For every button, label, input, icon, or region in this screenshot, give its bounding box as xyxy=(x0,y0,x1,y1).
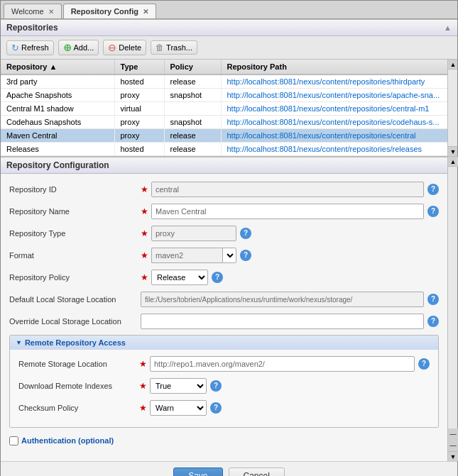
table-row[interactable]: 3rd party hosted release http://localhos… xyxy=(1,74,457,89)
repo-name-row: Repository Name ★ ? xyxy=(9,203,439,220)
table-scrollbar[interactable]: ▲ ▼ xyxy=(447,60,457,156)
remote-storage-info-icon[interactable]: ? xyxy=(418,358,430,370)
checksum-required: ★ xyxy=(139,403,147,413)
download-indexes-info-icon[interactable]: ? xyxy=(210,380,222,392)
refresh-icon: ↻ xyxy=(11,43,19,53)
add-button[interactable]: ⊕ Add... xyxy=(58,40,99,55)
repo-type-label: Repository Type xyxy=(9,229,141,238)
main-scroll-track xyxy=(448,167,457,428)
main-scroll-up[interactable]: ▲ xyxy=(448,157,458,167)
auth-checkbox-label[interactable]: Authentication (optional) xyxy=(9,436,114,445)
format-required: ★ xyxy=(141,250,148,260)
repo-type-row: Repository Type ★ ? xyxy=(9,225,439,242)
download-indexes-select[interactable]: TrueFalse xyxy=(150,378,207,394)
remote-storage-input-wrap: ? xyxy=(150,356,430,372)
collapse-icon[interactable]: ▲ xyxy=(444,23,452,32)
add-label: Add... xyxy=(74,43,94,52)
cell-type: hosted xyxy=(114,143,164,156)
repo-name-input-wrap: ? xyxy=(151,204,439,219)
tab-welcome-close[interactable]: ✕ xyxy=(48,8,54,16)
main-scrollbar[interactable]: ▲ — — ▼ xyxy=(447,157,457,461)
remote-access-section: ▼ Remote Repository Access Remote Storag… xyxy=(9,335,439,428)
checksum-select[interactable]: WarnStrictIgnore xyxy=(150,400,207,416)
cell-policy: snapshot xyxy=(164,116,221,129)
repo-id-info-icon[interactable]: ? xyxy=(427,184,439,195)
scroll-up-btn[interactable]: ▲ xyxy=(448,60,457,70)
refresh-button[interactable]: ↻ Refresh xyxy=(6,40,54,55)
cell-path: http://localhost:8081/nexus/content/repo… xyxy=(221,89,457,102)
main-scroll-down[interactable]: ▼ xyxy=(448,451,458,461)
policy-info-icon[interactable]: ? xyxy=(212,272,223,283)
checksum-policy-label: Checksum Policy xyxy=(18,404,139,412)
policy-input-wrap: ReleaseSnapshot ? xyxy=(151,270,439,285)
override-storage-info-icon[interactable]: ? xyxy=(427,316,439,327)
tab-repo-config-close[interactable]: ✕ xyxy=(143,8,148,16)
cell-repo-name: Central M1 shadow xyxy=(1,102,114,116)
repositories-table-wrapper: Repository ▲ Type Policy Repository Path… xyxy=(1,60,457,157)
main-content: Repository Configuration Repository ID ★… xyxy=(1,157,447,461)
default-storage-input xyxy=(141,292,424,307)
download-indexes-label: Download Remote Indexes xyxy=(18,382,139,390)
cell-path: http://localhost:8081/nexus/content/repo… xyxy=(221,102,457,116)
main-scroll-mid1[interactable]: — xyxy=(448,428,458,440)
cell-path: http://localhost:8081/nexus/content/repo… xyxy=(221,143,457,156)
main-scroll-mid2[interactable]: — xyxy=(448,440,458,451)
tab-repo-config[interactable]: Repository Config ✕ xyxy=(63,4,156,18)
repo-id-label: Repository ID xyxy=(9,185,141,194)
cell-repo-name: Maven Central xyxy=(1,129,114,143)
default-storage-info-icon[interactable]: ? xyxy=(427,294,439,305)
tab-welcome[interactable]: Welcome ✕ xyxy=(4,4,62,18)
remote-access-header[interactable]: ▼ Remote Repository Access xyxy=(10,336,438,350)
table-row[interactable]: Maven Central proxy release http://local… xyxy=(1,129,457,143)
override-storage-row: Override Local Storage Location ? xyxy=(9,313,439,330)
config-title: Repository Configuration xyxy=(6,160,109,170)
cell-type: virtual xyxy=(114,102,164,116)
repo-name-info-icon[interactable]: ? xyxy=(427,206,439,217)
remote-access-title: Remote Repository Access xyxy=(25,338,126,347)
policy-select[interactable]: ReleaseSnapshot xyxy=(151,270,208,285)
cell-policy: release xyxy=(164,129,221,143)
auth-row: Authentication (optional) xyxy=(9,432,439,449)
config-form: Repository ID ★ ? Repository Name ★ ? xyxy=(1,174,447,461)
table-row[interactable]: Releases hosted release http://localhost… xyxy=(1,143,457,156)
override-storage-input-wrap: ? xyxy=(141,314,439,329)
repo-id-input[interactable] xyxy=(151,182,424,197)
format-label: Format xyxy=(9,251,141,260)
cell-repo-name: Codehaus Snapshots xyxy=(1,116,114,129)
repo-name-required: ★ xyxy=(141,206,148,216)
override-storage-label: Override Local Storage Location xyxy=(9,317,141,326)
format-row: Format ★ ? xyxy=(9,247,439,264)
remote-storage-input[interactable] xyxy=(150,356,415,372)
repo-name-label: Repository Name xyxy=(9,207,141,216)
auth-checkbox[interactable] xyxy=(9,436,18,445)
checksum-info-icon[interactable]: ? xyxy=(210,402,222,414)
repo-id-required: ★ xyxy=(141,184,148,194)
cell-repo-name: 3rd party xyxy=(1,74,114,89)
override-storage-input[interactable] xyxy=(141,314,424,329)
cell-type: hosted xyxy=(114,74,164,89)
table-row[interactable]: Codehaus Snapshots proxy snapshot http:/… xyxy=(1,116,457,129)
sub-section-collapse-icon: ▼ xyxy=(16,339,22,346)
policy-required: ★ xyxy=(141,272,148,282)
tab-repo-config-label: Repository Config xyxy=(71,7,138,16)
scroll-down-btn[interactable]: ▼ xyxy=(448,146,457,156)
repo-id-row: Repository ID ★ ? xyxy=(9,181,439,198)
format-dropdown[interactable] xyxy=(222,248,236,263)
table-row[interactable]: Central M1 shadow virtual http://localho… xyxy=(1,102,457,116)
table-row[interactable]: Apache Snapshots proxy snapshot http://l… xyxy=(1,89,457,102)
remote-storage-label: Remote Storage Location xyxy=(18,360,139,368)
cell-path: http://localhost:8081/nexus/content/repo… xyxy=(221,129,457,143)
checksum-input-wrap: WarnStrictIgnore ? xyxy=(150,400,430,416)
delete-button[interactable]: ⊖ Delete xyxy=(103,40,146,55)
repositories-title: Repositories xyxy=(6,23,58,33)
scroll-track xyxy=(448,70,457,146)
save-button[interactable]: Save xyxy=(173,467,222,476)
config-section-header: Repository Configuration xyxy=(1,157,447,174)
repo-type-info-icon[interactable]: ? xyxy=(240,228,251,239)
format-info-icon[interactable]: ? xyxy=(240,250,251,261)
trash-button[interactable]: 🗑 Trash... xyxy=(151,40,197,55)
repositories-section-header: Repositories ▲ xyxy=(1,19,457,36)
col-header-policy: Policy xyxy=(164,60,221,74)
cancel-button[interactable]: Cancel xyxy=(229,467,285,476)
repo-name-input[interactable] xyxy=(151,204,424,219)
